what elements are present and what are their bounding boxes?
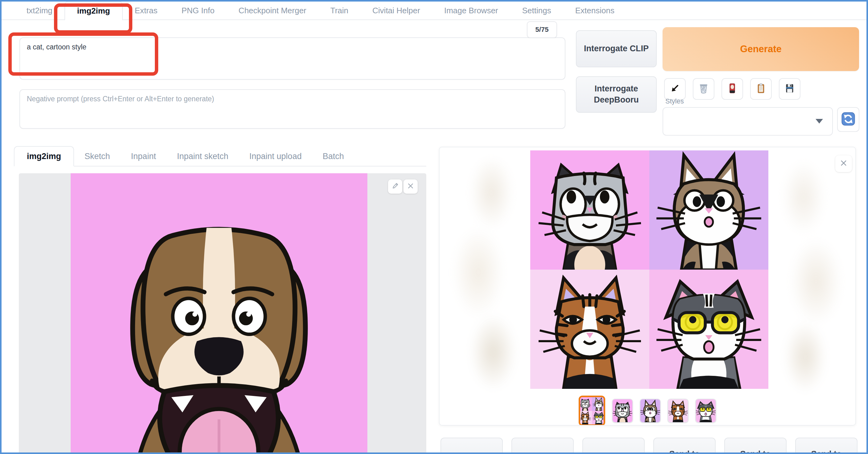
send-to-button-1[interactable]: Send to (653, 437, 716, 454)
subtab-img2img[interactable]: img2img (14, 146, 74, 167)
thumbnail-gray-cat[interactable] (612, 399, 633, 423)
app-window: txt2img img2img Extras PNG Info Checkpoi… (0, 0, 868, 454)
close-icon (406, 181, 415, 192)
nav-tab-civitai-helper[interactable]: Civitai Helper (360, 2, 432, 20)
nav-tab-checkpoint-merger[interactable]: Checkpoint Merger (226, 2, 318, 20)
subtab-inpaint-sketch[interactable]: Inpaint sketch (166, 147, 239, 166)
close-gallery-button[interactable] (835, 155, 852, 172)
nav-tab-train[interactable]: Train (318, 2, 360, 20)
pencil-icon (391, 181, 400, 192)
nav-tab-img2img[interactable]: img2img (64, 1, 123, 20)
paste-clipboard-button[interactable] (750, 78, 772, 100)
nav-tab-extensions[interactable]: Extensions (563, 2, 626, 20)
interrogate-deepbooru-button[interactable]: Interrogate DeepBooru (576, 76, 657, 113)
restore-prompt-button[interactable] (664, 78, 686, 100)
chevron-down-icon (815, 119, 823, 123)
nav-tab-settings[interactable]: Settings (510, 2, 563, 20)
send-to-button-2[interactable]: Send to (724, 437, 786, 454)
token-counter: 5/75 (527, 21, 557, 38)
save-style-button[interactable] (779, 78, 801, 100)
nav-tab-txt2img[interactable]: txt2img (14, 2, 64, 20)
clipboard-icon (755, 82, 767, 96)
footer-button-1[interactable] (440, 437, 503, 454)
img2img-subtabs: img2img Sketch Inpaint Inpaint sketch In… (14, 147, 426, 167)
footer-button-2[interactable] (512, 437, 574, 454)
arrow-down-left-icon (669, 82, 681, 96)
subtab-inpaint-upload[interactable]: Inpaint upload (239, 147, 312, 166)
source-image-cartoon-dog (71, 173, 367, 454)
nav-tab-image-browser[interactable]: Image Browser (432, 2, 510, 20)
interrogate-clip-button[interactable]: Interrogate CLIP (576, 30, 657, 67)
styles-label: Styles (665, 97, 684, 105)
edit-image-button[interactable] (388, 179, 402, 194)
card-icon (726, 82, 739, 96)
negative-prompt-input[interactable] (20, 89, 565, 129)
top-nav: txt2img img2img Extras PNG Info Checkpoi… (2, 2, 866, 20)
thumbnail-brown-cat[interactable] (640, 399, 661, 423)
gallery-next-image-blurred (770, 160, 854, 394)
thumbnail-grid-of-4-cats[interactable] (579, 396, 605, 426)
extra-networks-button[interactable] (721, 78, 743, 100)
subtab-sketch[interactable]: Sketch (74, 147, 121, 166)
generated-image-grid-4-cats[interactable] (530, 150, 768, 390)
clear-prompt-button[interactable] (693, 78, 714, 100)
trash-icon (698, 82, 710, 96)
refresh-styles-button[interactable] (837, 107, 859, 132)
subtab-inpaint[interactable]: Inpaint (121, 147, 166, 166)
gallery-thumbnails (439, 396, 855, 426)
source-image-canvas[interactable] (19, 173, 426, 454)
subtab-batch[interactable]: Batch (312, 147, 354, 166)
thumbnail-orange-tabby-cat[interactable] (668, 399, 688, 423)
save-icon (783, 82, 796, 96)
close-icon (839, 158, 848, 169)
gallery-prev-image-blurred (439, 160, 526, 394)
refresh-icon (841, 112, 855, 127)
nav-tab-png-info[interactable]: PNG Info (169, 2, 226, 20)
prompt-input[interactable]: a cat, cartoon style (20, 37, 565, 80)
thumbnail-cat-with-yellow-glasses[interactable] (695, 399, 716, 423)
remove-image-button[interactable] (403, 179, 417, 194)
styles-dropdown[interactable] (662, 107, 833, 136)
results-gallery (439, 147, 856, 426)
send-to-button-3[interactable]: Send to (795, 437, 858, 454)
generate-button[interactable]: Generate (662, 27, 859, 71)
footer-button-3[interactable] (582, 437, 645, 454)
nav-tab-extras[interactable]: Extras (123, 2, 169, 20)
